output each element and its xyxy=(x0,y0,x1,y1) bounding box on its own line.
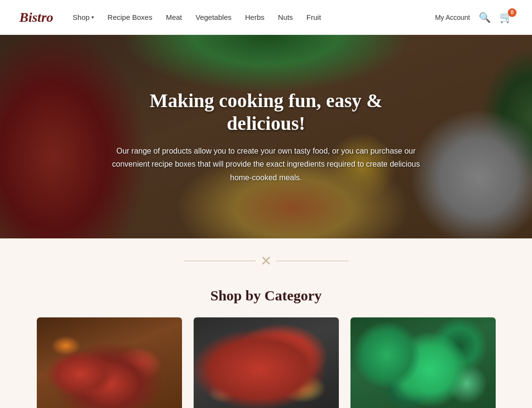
nav-shop[interactable]: Shop ▾ xyxy=(73,13,94,21)
category-image-recipe-boxes xyxy=(37,317,182,408)
category-section-title: Shop by Category xyxy=(29,287,503,304)
divider-section: ✕ xyxy=(0,238,532,287)
divider-line-left xyxy=(184,261,256,261)
category-card-recipe-boxes[interactable] xyxy=(37,317,182,408)
nav-herbs[interactable]: Herbs xyxy=(245,13,264,21)
site-header: Bistro Shop ▾ Recipe Boxes Meat Vegetabl… xyxy=(0,0,532,35)
hero-subtitle: Our range of products allow you to creat… xyxy=(111,144,421,184)
header-right: My Account 🔍 🛒 0 xyxy=(435,11,513,24)
category-image-vegetables xyxy=(350,317,496,408)
main-nav: Shop ▾ Recipe Boxes Meat Vegetables Herb… xyxy=(73,13,435,21)
category-card-vegetables[interactable] xyxy=(350,317,496,408)
category-card-meat[interactable] xyxy=(194,317,339,408)
divider-line-right xyxy=(276,261,349,261)
cart-button[interactable]: 🛒 0 xyxy=(500,11,513,24)
divider-ornament: ✕ xyxy=(184,253,349,269)
chevron-down-icon: ▾ xyxy=(91,15,94,20)
search-button[interactable]: 🔍 xyxy=(479,12,491,23)
category-grid xyxy=(29,317,503,408)
hero-section: Making cooking fun, easy & delicious! Ou… xyxy=(0,35,532,238)
divider-cross-icon: ✕ xyxy=(260,253,272,269)
nav-nuts[interactable]: Nuts xyxy=(278,13,293,21)
cart-badge: 0 xyxy=(508,8,517,17)
nav-meat[interactable]: Meat xyxy=(166,13,182,21)
search-icon: 🔍 xyxy=(479,12,491,23)
hero-content: Making cooking fun, easy & delicious! Ou… xyxy=(102,79,431,194)
logo[interactable]: Bistro xyxy=(19,10,73,25)
category-image-meat xyxy=(194,317,339,408)
nav-vegetables[interactable]: Vegetables xyxy=(196,13,231,21)
nav-recipe-boxes[interactable]: Recipe Boxes xyxy=(107,13,152,21)
my-account-link[interactable]: My Account xyxy=(435,14,470,21)
hero-title: Making cooking fun, easy & delicious! xyxy=(111,89,421,135)
nav-fruit[interactable]: Fruit xyxy=(306,13,321,21)
category-section: Shop by Category xyxy=(0,287,532,408)
